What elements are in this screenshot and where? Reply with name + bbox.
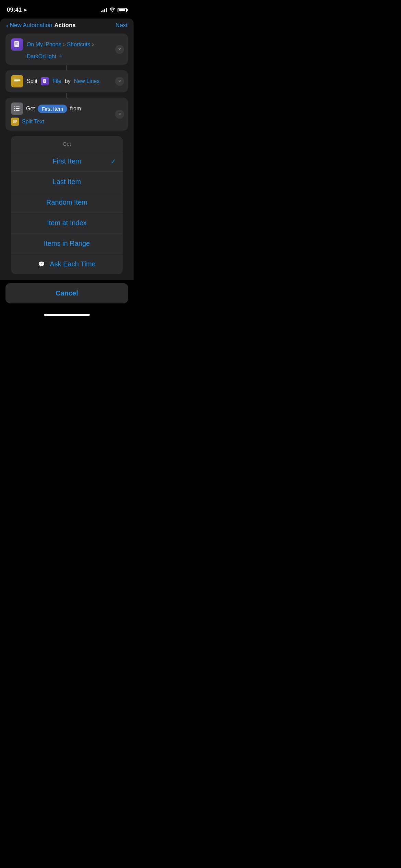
- picker-header: Get: [11, 136, 123, 151]
- location-icon: ➤: [23, 8, 27, 13]
- svg-rect-5: [14, 79, 20, 80]
- main-content: On My iPhone > Shortcuts > DarkOrLight +…: [0, 34, 134, 280]
- chat-bubble-icon: 💬: [38, 261, 45, 267]
- nav-header: ‹ New Automation Actions Next: [0, 19, 134, 34]
- svg-rect-11: [44, 82, 46, 82]
- back-label: New Automation: [10, 22, 52, 29]
- svg-rect-9: [44, 80, 46, 81]
- svg-rect-20: [13, 122, 16, 123]
- split-text-blue: Split Text: [22, 119, 44, 125]
- text-icon-yellow: [11, 75, 23, 87]
- page-title: Actions: [54, 22, 75, 29]
- path-segment-shortcuts: Shortcuts: [67, 41, 90, 48]
- picker-option-ask-each-time[interactable]: 💬 Ask Each Time: [11, 254, 123, 274]
- svg-point-0: [112, 11, 113, 12]
- file-tag[interactable]: File: [52, 78, 61, 84]
- text-small-yellow-icon: [11, 118, 19, 126]
- file-path-text: On My iPhone > Shortcuts >: [27, 41, 94, 48]
- svg-point-12: [14, 106, 15, 107]
- svg-rect-4: [15, 45, 18, 45]
- picker-option-random-item[interactable]: Random Item: [11, 192, 123, 213]
- connector-line-1: [66, 65, 67, 70]
- by-text: by: [65, 78, 71, 84]
- picker-option-items-in-range[interactable]: Items in Range: [11, 233, 123, 254]
- next-button[interactable]: Next: [116, 22, 127, 29]
- svg-rect-2: [15, 43, 18, 43]
- connector-line-2: [66, 93, 67, 98]
- svg-point-14: [14, 108, 15, 109]
- file-path-card: On My iPhone > Shortcuts > DarkOrLight +…: [5, 34, 128, 65]
- svg-rect-13: [16, 107, 20, 107]
- list-gray-icon: [11, 103, 23, 115]
- document-purple-icon: [11, 38, 23, 51]
- svg-rect-18: [13, 120, 17, 121]
- picker-option-first-item[interactable]: First Item ✓: [11, 151, 123, 172]
- back-button[interactable]: ‹ New Automation: [6, 22, 52, 29]
- status-time: 09:41 ➤: [7, 7, 27, 13]
- picker-sheet: Get First Item ✓ Last Item Random Item I…: [11, 136, 123, 274]
- document-small-purple-icon: [41, 77, 49, 85]
- svg-rect-3: [15, 44, 17, 44]
- split-label: Split: [27, 78, 37, 84]
- get-card: Get First Item from Split Text ✕: [5, 98, 128, 131]
- from-label: from: [70, 106, 81, 112]
- battery-icon: [118, 8, 127, 12]
- svg-rect-6: [14, 80, 20, 81]
- svg-rect-15: [16, 108, 20, 109]
- path-arrow-1: >: [63, 42, 65, 47]
- path-arrow-2: >: [92, 42, 94, 47]
- checkmark-icon: ✓: [111, 158, 116, 165]
- path-segment-iphone: On My iPhone: [27, 41, 61, 48]
- home-indicator: [0, 309, 134, 321]
- status-icons: [101, 7, 127, 13]
- back-arrow-icon: ‹: [6, 22, 9, 29]
- plus-icon[interactable]: +: [59, 53, 63, 60]
- split-card: Split File by New Lines ✕: [5, 70, 128, 92]
- first-item-badge[interactable]: First Item: [38, 105, 68, 113]
- close-card3-button[interactable]: ✕: [115, 110, 124, 119]
- get-label: Get: [26, 106, 35, 112]
- signal-bars-icon: [101, 8, 107, 12]
- picker-option-last-item[interactable]: Last Item: [11, 172, 123, 192]
- svg-rect-10: [44, 81, 45, 81]
- svg-rect-17: [16, 110, 20, 111]
- darkorlight-text: DarkOrLight: [27, 53, 56, 60]
- close-card1-button[interactable]: ✕: [115, 45, 124, 54]
- picker-option-item-at-index[interactable]: Item at Index: [11, 213, 123, 233]
- cancel-button[interactable]: Cancel: [5, 283, 128, 303]
- home-bar: [44, 314, 90, 316]
- close-card2-button[interactable]: ✕: [115, 77, 124, 86]
- status-bar: 09:41 ➤: [0, 0, 134, 17]
- svg-rect-7: [14, 82, 19, 82]
- svg-point-16: [14, 110, 15, 111]
- svg-rect-19: [13, 121, 17, 122]
- wifi-icon: [109, 7, 115, 13]
- new-lines-tag[interactable]: New Lines: [74, 78, 100, 84]
